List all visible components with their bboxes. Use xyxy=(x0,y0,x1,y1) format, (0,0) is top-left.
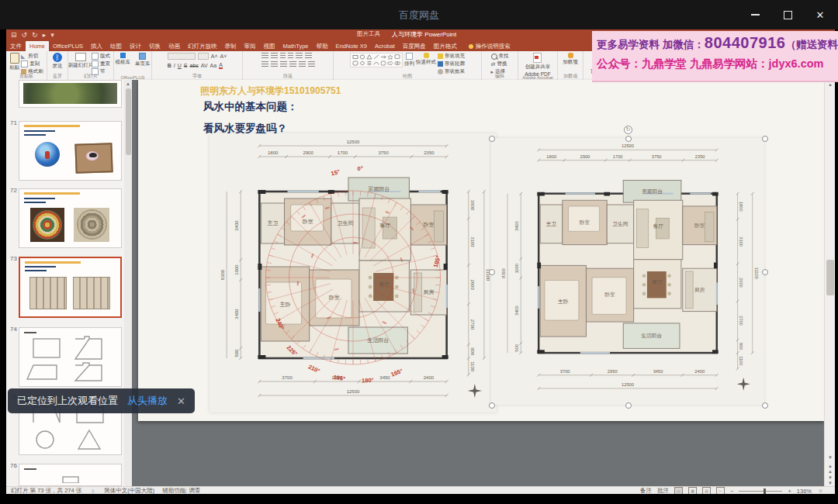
grow-font-icon[interactable]: A˄ xyxy=(211,54,218,59)
tab-审阅[interactable]: 审阅 xyxy=(241,41,260,51)
tab-文件[interactable]: 文件 xyxy=(6,41,26,51)
selection-handle[interactable] xyxy=(489,136,495,142)
text-direction-icon[interactable] xyxy=(305,53,312,58)
font-size-box[interactable] xyxy=(198,53,209,60)
qat-caret-icon[interactable]: ▾ xyxy=(50,29,54,40)
replace-button[interactable]: ⇄替换 xyxy=(491,60,507,67)
slide-sorter-icon[interactable]: ▦ xyxy=(688,487,697,494)
smartart-convert-icon[interactable] xyxy=(308,61,315,67)
new-slide-button[interactable]: 新建幻灯片 xyxy=(71,53,90,69)
zoom-percent[interactable]: 136% xyxy=(797,488,812,495)
save-icon[interactable]: ⊟ xyxy=(11,29,17,40)
align-center-icon[interactable] xyxy=(271,61,278,67)
page-library-button[interactable]: 单页库 xyxy=(135,53,151,67)
indent-increase-icon[interactable] xyxy=(288,53,293,58)
thumbnail-slide-76[interactable] xyxy=(19,464,122,486)
char-spacing-button[interactable]: AV xyxy=(201,63,208,68)
next-slide-icon[interactable]: ▼▼ xyxy=(825,475,835,485)
shrink-font-icon[interactable]: A˅ xyxy=(220,54,227,59)
shape-fill-button[interactable]: 形状填充 xyxy=(438,53,465,60)
sidebar-scrollbar-thumb[interactable] xyxy=(126,88,131,155)
floorplan-image-right-selected[interactable]: 1250018002900170037502350370029503450240… xyxy=(491,138,764,405)
selection-handle[interactable] xyxy=(625,402,632,409)
slideshow-view-icon[interactable]: ▷ xyxy=(716,487,725,494)
fit-to-window-icon[interactable]: ⊡ xyxy=(817,488,824,494)
tab-EndNote X9[interactable]: EndNote X9 xyxy=(332,41,371,51)
selection-handle[interactable] xyxy=(625,136,632,142)
font-color-button[interactable]: A xyxy=(219,62,223,69)
zoom-slider-knob[interactable] xyxy=(764,488,766,494)
slideshow-icon[interactable]: ▸ xyxy=(43,29,47,40)
maximize-button[interactable] xyxy=(774,7,801,22)
spellcheck-icon[interactable]: ▯ xyxy=(89,488,96,494)
selection-handle[interactable] xyxy=(762,269,768,275)
previous-slide-icon[interactable]: ▲▲ xyxy=(825,464,835,474)
tab-动画[interactable]: 动画 xyxy=(164,41,184,51)
zoom-out-icon[interactable]: − xyxy=(730,488,733,495)
language-label[interactable]: 简体中文(中国大陆) xyxy=(104,487,154,494)
addins-button[interactable]: 加载项 xyxy=(563,53,578,66)
indent-decrease-icon[interactable] xyxy=(280,53,286,58)
minimize-button[interactable] xyxy=(742,7,768,22)
accessibility-label[interactable]: 辅助功能: 调查 xyxy=(162,487,200,494)
tab-帮助[interactable]: 帮助 xyxy=(313,41,332,51)
comments-button[interactable]: 批注 xyxy=(657,487,669,494)
change-case-button[interactable]: Aa xyxy=(210,63,217,68)
shape-outline-button[interactable]: 形状轮廓 xyxy=(438,60,465,67)
columns-icon[interactable] xyxy=(299,61,306,67)
tab-绘图[interactable]: 绘图 xyxy=(106,41,126,51)
main-scrollbar-thumb[interactable] xyxy=(826,260,834,295)
tab-切换[interactable]: 切换 xyxy=(145,41,164,51)
tab-Home[interactable]: Home xyxy=(26,41,49,51)
tab-OfficePLUS[interactable]: OfficePLUS xyxy=(49,41,87,51)
normal-view-icon[interactable]: ▭ xyxy=(674,487,683,494)
tab-录制[interactable]: 录制 xyxy=(221,41,241,51)
tab-设计[interactable]: 设计 xyxy=(126,41,145,51)
close-button[interactable]: ✕ xyxy=(807,7,833,22)
tab-百度网盘[interactable]: 百度网盘 xyxy=(399,41,430,51)
redo-icon[interactable]: ↻ xyxy=(32,29,38,40)
line-spacing-icon[interactable] xyxy=(296,53,303,58)
strikethrough-button[interactable]: S xyxy=(184,63,188,68)
quick-styles-button[interactable]: 快速样式 xyxy=(416,53,436,66)
play-from-start-link[interactable]: 从头播放 xyxy=(127,394,168,408)
template-library-button[interactable]: 模板库 xyxy=(116,53,131,66)
scroll-down-icon[interactable]: ▼ xyxy=(825,453,835,463)
notes-button[interactable]: 备注 xyxy=(640,487,652,494)
paste-button[interactable]: 粘贴 xyxy=(9,53,19,71)
reading-view-icon[interactable]: ▤ xyxy=(702,487,711,494)
toast-close-icon[interactable]: ✕ xyxy=(177,395,185,407)
selection-handle[interactable] xyxy=(762,136,768,142)
slide-editing-area[interactable]: 照明东方人与环境学15101905751 风水中的基本问题： 看风水要罗盘吗？ … xyxy=(138,80,824,421)
zoom-slider[interactable] xyxy=(739,491,782,492)
adobe-pdf-button[interactable]: 创建并共享 Adobe PDF xyxy=(525,53,551,77)
underline-button[interactable]: U xyxy=(178,63,182,68)
font-name-box[interactable] xyxy=(168,53,196,60)
bullets-icon[interactable] xyxy=(261,53,268,58)
numbering-icon[interactable] xyxy=(271,53,278,58)
tell-me-search[interactable]: 操作说明搜索 xyxy=(469,41,511,51)
tab-视图[interactable]: 视图 xyxy=(260,41,279,51)
justify-icon[interactable] xyxy=(289,61,296,67)
main-scrollbar[interactable]: ▲ ▼ ▲▲ ▼▼ xyxy=(824,80,835,486)
tab-MathType[interactable]: MathType xyxy=(279,41,313,51)
tab-图片格式[interactable]: 图片格式 xyxy=(430,41,461,51)
tab-插入[interactable]: 插入 xyxy=(87,41,106,51)
tab-幻灯片放映[interactable]: 幻灯片放映 xyxy=(184,41,221,51)
tab-Acrobat[interactable]: Acrobat xyxy=(371,41,399,51)
selection-handle[interactable] xyxy=(489,269,495,275)
reset-button[interactable]: 重置 xyxy=(92,60,110,67)
bold-button[interactable]: B xyxy=(168,63,171,68)
clear-format-button[interactable]: abc xyxy=(189,63,198,68)
floorplan-image-left[interactable]: 1250018002900170037502350370029503450240… xyxy=(210,133,497,413)
thumbnail-slide-74[interactable] xyxy=(19,327,122,387)
sidebar-scroll-up-icon[interactable]: ▲ xyxy=(124,80,132,88)
shapes-gallery[interactable] xyxy=(350,53,403,67)
cut-button[interactable]: 剪切 xyxy=(21,53,38,60)
find-button[interactable]: 查找 xyxy=(491,53,509,60)
zoom-in-icon[interactable]: + xyxy=(788,488,791,495)
thumbnail-slide-71[interactable] xyxy=(19,121,122,181)
thumbnail-slide-73[interactable] xyxy=(19,257,122,318)
undo-icon[interactable]: ↺ xyxy=(22,29,28,40)
rotate-handle[interactable]: ↻ xyxy=(624,126,632,134)
